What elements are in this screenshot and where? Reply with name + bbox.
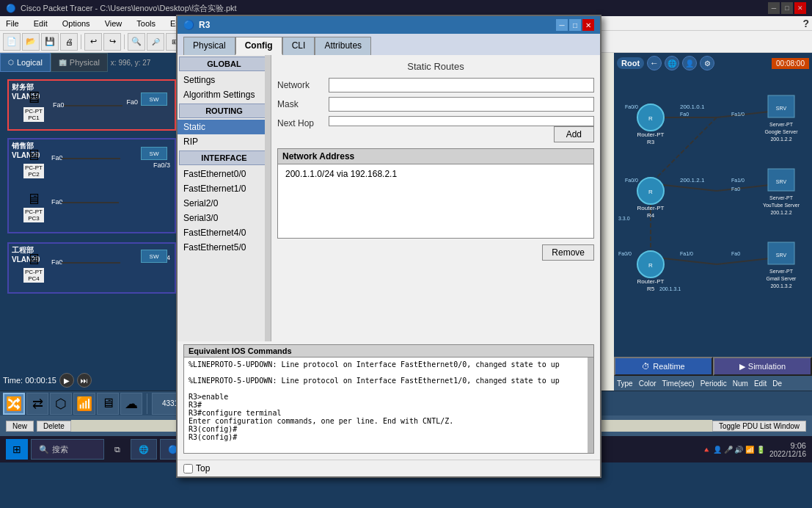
nexthop-row: Next Hop Add bbox=[277, 116, 594, 142]
svg-text:SRV: SRV bbox=[776, 106, 787, 111]
help-icon[interactable]: ? bbox=[802, 18, 809, 29]
settings-icon-btn[interactable]: ⚙ bbox=[700, 56, 714, 70]
search-icon: 🔍 bbox=[39, 445, 49, 454]
toolbar-sep1 bbox=[81, 35, 81, 49]
event-col-edit: Edit bbox=[754, 380, 767, 388]
skip-button[interactable]: ⏭ bbox=[77, 373, 92, 388]
device-servers-btn[interactable]: 🖥 bbox=[97, 393, 119, 415]
dialog-minimize-btn[interactable]: ─ bbox=[556, 19, 568, 31]
tab-config[interactable]: Config bbox=[235, 37, 282, 55]
ios-commands-section: Equivalent IOS Commands %LINEPROTO-5-UPD… bbox=[183, 344, 594, 454]
time: 9:06 bbox=[769, 441, 806, 450]
start-btn[interactable]: ⊞ bbox=[6, 439, 28, 460]
nav-fastethernet10[interactable]: FastEthernet1/0 bbox=[178, 181, 271, 196]
redo-btn[interactable]: ↪ bbox=[103, 33, 121, 51]
device-wanemu-btn[interactable]: ☁ bbox=[120, 393, 142, 415]
device-hubs-btn[interactable]: ⬡ bbox=[50, 393, 72, 415]
remove-button[interactable]: Remove bbox=[542, 244, 594, 261]
tab-cli[interactable]: CLI bbox=[282, 37, 315, 55]
menu-options[interactable]: Options bbox=[59, 19, 93, 28]
ios-line-4: R3# bbox=[189, 401, 589, 409]
toggle-pdu-btn[interactable]: Toggle PDU List Window bbox=[712, 421, 806, 432]
zoom-in-btn[interactable]: 🔍 bbox=[128, 33, 145, 51]
nav-settings[interactable]: Settings bbox=[178, 73, 271, 87]
device-switches-btn[interactable]: ⇄ bbox=[26, 393, 48, 415]
zoom-out-btn[interactable]: 🔎 bbox=[147, 33, 164, 51]
routing-section: ROUTING bbox=[179, 104, 269, 118]
root-label: Root bbox=[617, 57, 644, 69]
dialog-tabs: Physical Config CLI Attributes bbox=[178, 34, 600, 55]
open-btn[interactable]: 📂 bbox=[22, 33, 40, 51]
new-pdu-btn[interactable]: New bbox=[6, 421, 34, 432]
logical-tab[interactable]: ⬡ Logical bbox=[0, 53, 51, 72]
dialog-main-content: Static Routes Network Mask Next Hop Add bbox=[271, 55, 600, 341]
mask-input[interactable] bbox=[329, 97, 594, 112]
physical-tab[interactable]: 🏢 Physical bbox=[51, 53, 108, 72]
event-col-time: Time(sec) bbox=[662, 380, 695, 388]
nexthop-input[interactable] bbox=[329, 116, 594, 126]
coords-display: x: 996, y: 27 bbox=[111, 59, 150, 67]
menu-edit[interactable]: Edit bbox=[31, 19, 51, 28]
nav-rip[interactable]: RIP bbox=[178, 134, 271, 149]
top-checkbox[interactable] bbox=[183, 464, 193, 473]
dialog-titlebar: 🔵 R3 ─ □ ✕ bbox=[178, 16, 600, 34]
user-icon-btn[interactable]: 👤 bbox=[682, 56, 697, 70]
tab-physical[interactable]: Physical bbox=[183, 37, 235, 55]
dialog-maximize-btn[interactable]: □ bbox=[569, 19, 581, 31]
maximize-btn[interactable]: □ bbox=[781, 2, 793, 14]
nav-static[interactable]: Static bbox=[178, 120, 271, 134]
add-button[interactable]: Add bbox=[554, 126, 594, 142]
delete-pdu-btn[interactable]: Delete bbox=[37, 421, 71, 432]
left-diagram: 财务部VLAN10 🖥 PC-PTPC1 Fa0 Fa0 SW 销售部VLAN2… bbox=[0, 72, 191, 370]
nav-algorithm-settings[interactable]: Algorithm Settings bbox=[178, 87, 271, 102]
nav-serial20[interactable]: Serial2/0 bbox=[178, 196, 271, 211]
switch3: SW bbox=[141, 250, 167, 263]
nav-fastethernet00[interactable]: FastEthernet0/0 bbox=[178, 167, 271, 181]
realtime-btn[interactable]: ⏱ Realtime bbox=[614, 357, 713, 376]
network-icon-btn[interactable]: 🌐 bbox=[665, 56, 679, 70]
simulation-btn[interactable]: ▶ Simulation bbox=[713, 357, 812, 376]
simulation-label: Simulation bbox=[748, 362, 786, 371]
network-input[interactable] bbox=[329, 78, 594, 92]
search-btn[interactable]: 🔍 搜索 bbox=[31, 439, 104, 460]
network-app-btn[interactable]: 🌐 bbox=[131, 439, 157, 460]
static-routes-section: Static Routes Network Mask Next Hop Add bbox=[277, 61, 594, 261]
nav-scrollbar[interactable] bbox=[265, 55, 271, 341]
top-checkbox-label: Top bbox=[183, 463, 210, 473]
svg-text:SRV: SRV bbox=[776, 253, 787, 258]
device-wireless-btn[interactable]: 📶 bbox=[73, 393, 95, 415]
nav-fastethernet40[interactable]: FastEthernet4/0 bbox=[178, 225, 271, 240]
device-routers-btn[interactable]: 🔀 bbox=[3, 393, 25, 415]
ios-line-2: %LINEPROTO-5-UPDOWN: Line protocol on In… bbox=[189, 377, 589, 385]
svg-line-2 bbox=[651, 117, 717, 184]
ios-title: Equivalent IOS Commands bbox=[184, 345, 593, 358]
close-btn[interactable]: ✕ bbox=[794, 2, 806, 14]
dialog-close-btn[interactable]: ✕ bbox=[582, 19, 594, 31]
back-nav-btn[interactable]: ← bbox=[647, 56, 662, 70]
ios-scrollbar[interactable] bbox=[588, 358, 593, 453]
svg-text:Google Server: Google Server bbox=[764, 129, 798, 135]
ios-line-6: Enter configuration commands, one per li… bbox=[189, 417, 589, 425]
nav-serial30[interactable]: Serial3/0 bbox=[178, 211, 271, 225]
nav-fastethernet50[interactable]: FastEthernet5/0 bbox=[178, 240, 271, 255]
undo-btn[interactable]: ↩ bbox=[84, 33, 102, 51]
save-btn[interactable]: 💾 bbox=[41, 33, 59, 51]
ios-line-7: R3(config)# bbox=[189, 425, 589, 433]
vlan10-box: 财务部VLAN10 🖥 PC-PTPC1 Fa0 Fa0 SW bbox=[7, 79, 176, 131]
minimize-btn[interactable]: ─ bbox=[768, 2, 780, 14]
menu-file[interactable]: File bbox=[3, 19, 22, 28]
svg-text:Gmail Server: Gmail Server bbox=[767, 276, 797, 281]
network-table: Network Address 200.1.1.0/24 via 192.168… bbox=[277, 148, 594, 239]
new-file-btn[interactable]: 📄 bbox=[3, 33, 21, 51]
taskview-btn[interactable]: ⧉ bbox=[107, 439, 128, 460]
tab-attributes[interactable]: Attributes bbox=[315, 37, 371, 55]
ios-terminal: %LINEPROTO-5-UPDOWN: Line protocol on In… bbox=[184, 358, 593, 453]
menu-view[interactable]: View bbox=[102, 19, 125, 28]
realtime-sim-row: ⏱ Realtime ▶ Simulation bbox=[614, 357, 812, 376]
play-button[interactable]: ▶ bbox=[59, 373, 74, 388]
print-btn[interactable]: 🖨 bbox=[60, 33, 78, 51]
realtime-label: Realtime bbox=[653, 362, 684, 371]
network-entry-1[interactable]: 200.1.1.0/24 via 192.168.2.1 bbox=[282, 167, 589, 181]
toolbar-sep2 bbox=[124, 35, 125, 49]
menu-tools[interactable]: Tools bbox=[133, 19, 158, 28]
